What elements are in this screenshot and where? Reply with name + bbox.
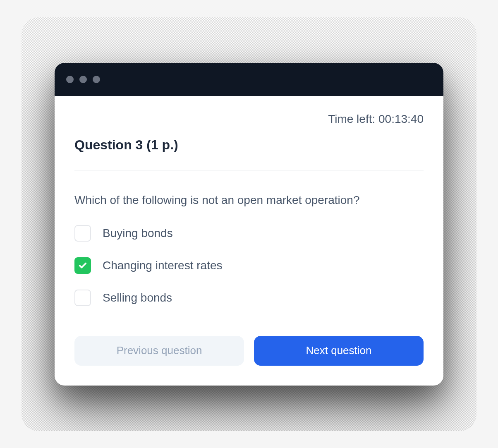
check-icon	[78, 261, 87, 270]
window-titlebar	[55, 63, 443, 96]
traffic-light-minimize-icon[interactable]	[79, 76, 87, 83]
question-text: Which of the following is not an open ma…	[74, 194, 424, 207]
checkbox[interactable]	[74, 225, 91, 242]
timer-row: Time left: 00:13:40	[74, 113, 424, 126]
checkbox[interactable]	[74, 257, 91, 274]
button-row: Previous question Next question	[74, 336, 424, 366]
answer-label: Changing interest rates	[103, 259, 223, 272]
answers-list: Buying bonds Changing interest rates Sel…	[74, 225, 424, 306]
checkbox[interactable]	[74, 290, 91, 306]
next-question-button[interactable]: Next question	[254, 336, 424, 366]
time-left-label: Time left: 00:13:40	[328, 113, 424, 126]
app-window: Time left: 00:13:40 Question 3 (1 p.) Wh…	[55, 63, 443, 386]
window-content: Time left: 00:13:40 Question 3 (1 p.) Wh…	[55, 96, 443, 386]
outer-frame: Time left: 00:13:40 Question 3 (1 p.) Wh…	[22, 17, 476, 431]
answer-label: Selling bonds	[103, 291, 172, 304]
question-header: Question 3 (1 p.)	[74, 137, 424, 153]
traffic-light-close-icon[interactable]	[66, 76, 74, 83]
answer-option[interactable]: Changing interest rates	[74, 257, 424, 274]
previous-question-button[interactable]: Previous question	[74, 336, 244, 366]
answer-option[interactable]: Buying bonds	[74, 225, 424, 242]
answer-option[interactable]: Selling bonds	[74, 290, 424, 306]
answer-label: Buying bonds	[103, 227, 173, 240]
traffic-light-maximize-icon[interactable]	[93, 76, 100, 83]
divider	[74, 170, 424, 170]
